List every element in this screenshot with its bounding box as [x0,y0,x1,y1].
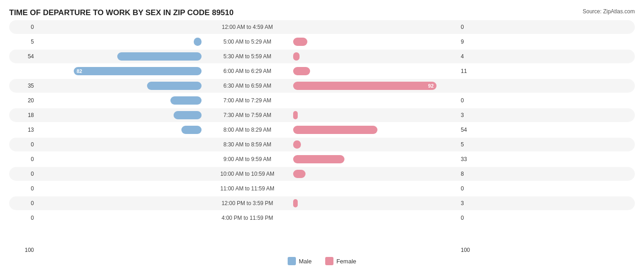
female-legend-label: Female [336,258,356,265]
left-bar-area [37,126,202,134]
left-value: 0 [9,171,37,177]
right-value: 3 [458,112,486,118]
right-bar-area [293,126,458,134]
chart-row: 012:00 AM to 4:59 AM0 [9,20,635,34]
male-bar [174,111,202,119]
female-bar [293,199,298,207]
time-label: 4:00 PM to 11:59 PM [202,215,293,221]
time-label: 12:00 AM to 4:59 AM [202,24,293,30]
left-value: 0 [9,200,37,206]
chart-row: 55:00 AM to 5:29 AM9 [9,35,635,49]
male-bar [170,96,202,105]
right-value: 5 [458,141,486,148]
time-label: 11:00 AM to 11:59 AM [202,185,293,192]
right-bar-area: 92 [293,82,458,90]
female-bar [293,67,310,75]
time-label: 10:00 AM to 10:59 AM [202,171,293,177]
right-value: 3 [458,200,486,206]
time-label: 7:30 AM to 7:59 AM [202,112,293,118]
time-label: 9:00 AM to 9:59 AM [202,156,293,162]
left-bar-area [37,38,202,46]
left-bar-area [37,140,202,149]
time-label: 7:00 AM to 7:29 AM [202,97,293,104]
chart-row: 187:30 AM to 7:59 AM3 [9,108,635,122]
male-bar [181,126,202,134]
legend-male: Male [288,257,311,265]
right-value: 4 [458,53,486,60]
left-value: 20 [9,97,37,104]
left-bar-area: 82 [37,67,202,75]
chart-row: 545:30 AM to 5:59 AM4 [9,50,635,63]
left-bar-area [37,52,202,61]
axis-left-val: 100 [9,247,37,253]
left-bar-area [37,155,202,163]
chart-row: 010:00 AM to 10:59 AM8 [9,167,635,181]
legend-female: Female [325,257,356,265]
right-value: 33 [458,156,486,162]
right-bar-area [293,199,458,207]
left-value: 0 [9,141,37,148]
right-bar-area [293,140,458,149]
chart-row: 207:00 AM to 7:29 AM0 [9,94,635,107]
right-value: 0 [458,215,486,221]
time-label: 8:30 AM to 8:59 AM [202,141,293,148]
female-bar [293,155,344,163]
left-bar-area [37,214,202,222]
legend: Male Female [9,257,635,265]
male-bar [147,82,202,90]
right-bar-area [293,67,458,75]
female-bar [293,126,377,134]
left-bar-area [37,170,202,178]
chart-area: 012:00 AM to 4:59 AM055:00 AM to 5:29 AM… [9,20,635,245]
left-value: 13 [9,127,37,133]
right-value: 0 [458,185,486,192]
female-legend-box [325,257,333,265]
female-bar [293,52,300,61]
axis-right-val: 100 [458,247,486,253]
right-bar-area [293,184,458,193]
male-legend-box [288,257,296,265]
left-value: 35 [9,83,37,89]
right-value: 8 [458,171,486,177]
female-bar [293,111,298,119]
chart-title: TIME OF DEPARTURE TO WORK BY SEX IN ZIP … [9,8,635,17]
time-label: 8:00 AM to 8:29 AM [202,127,293,133]
chart-row: 011:00 AM to 11:59 AM0 [9,182,635,195]
right-value: 9 [458,39,486,45]
female-bar: 92 [293,82,437,90]
male-bar [194,38,202,46]
chart-row: 08:30 AM to 8:59 AM5 [9,138,635,151]
left-bar-area [37,82,202,90]
chart-row: 138:00 AM to 8:29 AM54 [9,123,635,137]
male-bar [117,52,202,61]
left-value: 0 [9,185,37,192]
time-label: 5:30 AM to 5:59 AM [202,53,293,60]
time-label: 12:00 PM to 3:59 PM [202,200,293,206]
right-value: 11 [458,68,486,74]
source-label: Source: ZipAtlas.com [583,8,635,15]
left-value: 54 [9,53,37,60]
left-bar-area [37,184,202,193]
axis-row: 100 100 [9,247,635,253]
left-bar-area [37,199,202,207]
time-label: 6:00 AM to 6:29 AM [202,68,293,74]
female-bar [293,38,307,46]
chart-row: 04:00 PM to 11:59 PM0 [9,211,635,225]
left-bar-area [37,96,202,105]
right-bar-area [293,170,458,178]
left-value: 0 [9,24,37,30]
right-bar-area [293,38,458,46]
chart-row: 826:00 AM to 6:29 AM11 [9,64,635,78]
chart-row: 012:00 PM to 3:59 PM3 [9,196,635,210]
right-bar-area [293,96,458,105]
right-bar-area [293,23,458,31]
female-bar [293,140,301,149]
time-label: 5:00 AM to 5:29 AM [202,39,293,45]
time-label: 6:30 AM to 6:59 AM [202,83,293,89]
left-value: 0 [9,215,37,221]
right-bar-area [293,155,458,163]
right-bar-area [293,52,458,61]
right-value: 0 [458,24,486,30]
right-value: 54 [458,127,486,133]
left-value: 18 [9,112,37,118]
